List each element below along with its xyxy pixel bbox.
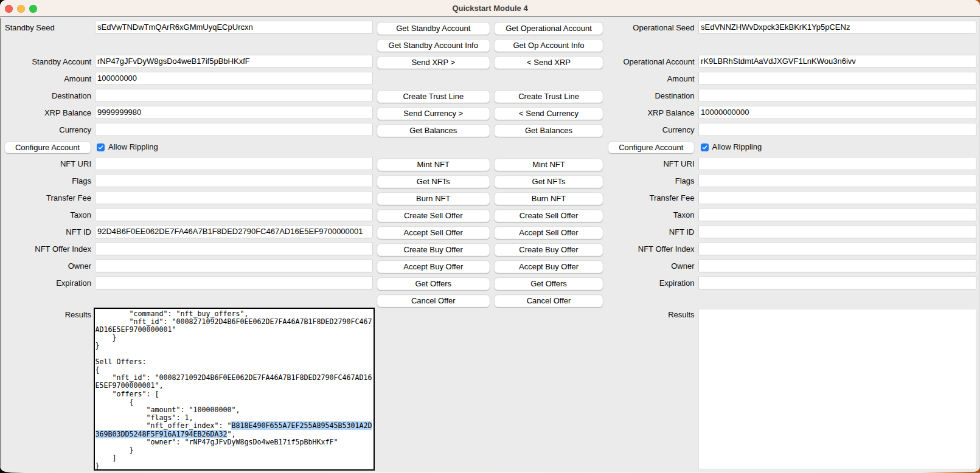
action-button-create-trust-line-operational[interactable]: Create Trust Line — [495, 91, 603, 103]
field-label-left-nft-uri: NFT URI — [0, 157, 91, 170]
field-label-left-destination: Destination — [0, 89, 91, 102]
field-input-right-currency[interactable] — [698, 123, 976, 137]
field-input-right-transfer-fee[interactable] — [698, 191, 976, 205]
field-input-left-standby-seed[interactable] — [95, 21, 373, 35]
action-button-cancel-offer-operational[interactable]: Cancel Offer — [495, 295, 603, 307]
action-button-send-currency-operational[interactable]: < Send Currency — [495, 108, 603, 120]
field-label-right-transfer-fee: Transfer Fee — [603, 191, 695, 204]
results-text-pre: "command": "nft_buy_offers", "nft_id": "… — [96, 310, 372, 430]
allow-rippling-checkbox-left[interactable] — [97, 143, 105, 151]
field-input-right-owner[interactable] — [698, 259, 976, 273]
field-label-left-expiration: Expiration — [0, 276, 91, 289]
action-button-accept-buy-offer-standby[interactable]: Accept Buy Offer — [377, 261, 490, 273]
field-label-right-flags: Flags — [603, 174, 695, 187]
results-text-standby: "command": "nft_buy_offers", "nft_id": "… — [96, 310, 373, 469]
field-input-right-taxon[interactable] — [698, 208, 976, 222]
field-input-left-transfer-fee[interactable] — [95, 191, 373, 205]
field-input-left-flags[interactable] — [95, 174, 373, 188]
field-label-right-owner: Owner — [603, 259, 695, 272]
field-label-right-nft-uri: NFT URI — [603, 157, 695, 170]
action-button-get-standby-account-info-standby[interactable]: Get Standby Account Info — [377, 40, 490, 52]
field-input-right-xrp-balance[interactable] — [698, 106, 976, 120]
action-button-get-operational-account-operational[interactable]: Get Operational Account — [495, 22, 603, 35]
field-label-right-expiration: Expiration — [603, 276, 695, 289]
action-button-mint-nft-standby[interactable]: Mint NFT — [377, 159, 490, 171]
action-button-get-nfts-operational[interactable]: Get NFTs — [495, 176, 603, 188]
field-input-left-nft-id[interactable] — [95, 225, 373, 239]
field-label-left-nft-offer-index: NFT Offer Index — [0, 242, 91, 255]
field-label-right-xrp-balance: XRP Balance — [603, 106, 695, 119]
field-input-right-nft-offer-index[interactable] — [698, 242, 976, 256]
action-button-accept-sell-offer-standby[interactable]: Accept Sell Offer — [377, 227, 490, 239]
action-button-burn-nft-operational[interactable]: Burn NFT — [495, 193, 603, 205]
field-input-left-nft-offer-index[interactable] — [95, 242, 373, 256]
field-label-right-operational-account: Operational Account — [603, 55, 695, 68]
field-input-left-nft-uri[interactable] — [95, 157, 373, 171]
field-input-left-amount[interactable] — [95, 72, 373, 86]
field-label-left-flags: Flags — [0, 174, 91, 187]
field-label-right-nft-offer-index: NFT Offer Index — [603, 242, 695, 255]
field-label-right-nft-id: NFT ID — [603, 225, 695, 238]
action-button-create-buy-offer-operational[interactable]: Create Buy Offer — [495, 244, 603, 256]
configure-account-button-right[interactable]: Configure Account — [608, 142, 695, 153]
field-label-left-transfer-fee: Transfer Fee — [0, 191, 91, 204]
field-label-left-xrp-balance: XRP Balance — [0, 106, 91, 119]
checkmark-icon — [701, 144, 708, 151]
action-button-create-sell-offer-standby[interactable]: Create Sell Offer — [377, 210, 490, 222]
field-input-right-amount[interactable] — [698, 72, 976, 86]
action-button-get-standby-account-standby[interactable]: Get Standby Account — [377, 22, 490, 35]
results-label-standby: Results — [0, 308, 91, 321]
field-label-right-amount: Amount — [603, 72, 695, 85]
title-bar: Quickstart Module 4 — [0, 0, 980, 17]
field-label-left-taxon: Taxon — [0, 208, 91, 221]
field-input-right-nft-uri[interactable] — [698, 157, 976, 171]
field-input-left-destination[interactable] — [95, 89, 373, 103]
allow-rippling-label-right: Allow Rippling — [712, 140, 762, 153]
field-label-left-owner: Owner — [0, 259, 91, 272]
field-input-right-expiration[interactable] — [698, 276, 976, 290]
action-button-create-sell-offer-operational[interactable]: Create Sell Offer — [495, 210, 603, 222]
allow-rippling-label-left: Allow Rippling — [108, 140, 158, 153]
action-button-get-offers-standby[interactable]: Get Offers — [377, 278, 490, 290]
action-button-create-buy-offer-standby[interactable]: Create Buy Offer — [377, 244, 490, 256]
field-input-left-standby-account[interactable] — [95, 55, 373, 69]
action-button-cancel-offer-standby[interactable]: Cancel Offer — [377, 295, 490, 307]
action-button-accept-buy-offer-operational[interactable]: Accept Buy Offer — [495, 261, 603, 273]
configure-account-button-left[interactable]: Configure Account — [5, 142, 91, 153]
allow-rippling-checkbox-right[interactable] — [701, 143, 709, 151]
action-button-get-balances-operational[interactable]: Get Balances — [495, 125, 603, 137]
field-input-left-xrp-balance[interactable] — [95, 106, 373, 120]
field-label-right-taxon: Taxon — [603, 208, 695, 221]
field-input-right-operational-account[interactable] — [698, 55, 976, 69]
action-button-burn-nft-standby[interactable]: Burn NFT — [377, 193, 490, 205]
field-label-right-currency: Currency — [603, 123, 695, 136]
field-input-right-destination[interactable] — [698, 89, 976, 103]
field-input-left-expiration[interactable] — [95, 276, 373, 290]
action-button-get-offers-operational[interactable]: Get Offers — [495, 278, 603, 290]
field-input-right-flags[interactable] — [698, 174, 976, 188]
field-input-left-currency[interactable] — [95, 123, 373, 137]
field-label-left-nft-id: NFT ID — [0, 225, 91, 238]
field-label-left-amount: Amount — [0, 72, 91, 85]
field-label-left-standby-account: Standby Account — [0, 55, 91, 68]
results-textarea-standby[interactable]: "command": "nft_buy_offers", "nft_id": "… — [94, 308, 375, 471]
field-input-left-taxon[interactable] — [95, 208, 373, 222]
action-button-send-xrp-operational[interactable]: < Send XRP — [495, 57, 603, 69]
action-button-send-xrp-standby[interactable]: Send XRP > — [377, 57, 490, 69]
action-button-accept-sell-offer-operational[interactable]: Accept Sell Offer — [495, 227, 603, 239]
action-button-mint-nft-operational[interactable]: Mint NFT — [495, 159, 603, 171]
field-input-right-operational-seed[interactable] — [698, 21, 976, 35]
action-button-get-balances-standby[interactable]: Get Balances — [377, 125, 490, 137]
action-button-get-nfts-standby[interactable]: Get NFTs — [377, 176, 490, 188]
field-input-left-owner[interactable] — [95, 259, 373, 273]
action-button-send-currency-standby[interactable]: Send Currency > — [377, 108, 490, 120]
window-title: Quickstart Module 4 — [0, 0, 980, 16]
results-textarea-operational[interactable] — [698, 309, 976, 469]
field-label-left-standby-seed: Standby Seed — [5, 21, 91, 34]
action-button-get-op-account-info-operational[interactable]: Get Op Account Info — [495, 40, 603, 52]
field-label-right-operational-seed: Operational Seed — [603, 21, 695, 34]
checkmark-icon — [97, 144, 104, 151]
field-label-left-currency: Currency — [0, 123, 91, 136]
action-button-create-trust-line-standby[interactable]: Create Trust Line — [377, 91, 490, 103]
field-input-right-nft-id[interactable] — [698, 225, 976, 239]
